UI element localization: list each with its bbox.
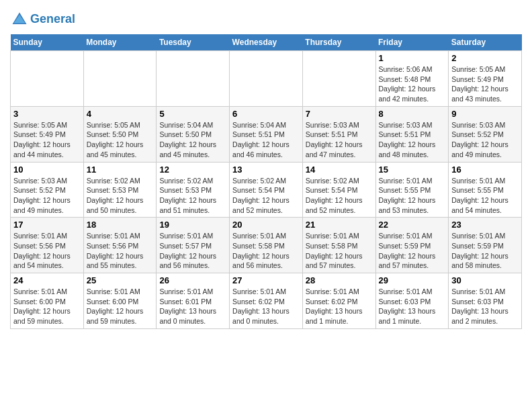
day-number: 19: [159, 220, 226, 230]
day-info: Sunrise: 5:05 AM Sunset: 5:49 PM Dayligh…: [451, 64, 519, 104]
day-info: Sunrise: 5:01 AM Sunset: 5:57 PM Dayligh…: [159, 231, 226, 271]
calendar-cell: 11Sunrise: 5:02 AM Sunset: 5:53 PM Dayli…: [83, 162, 157, 218]
calendar-cell: 25Sunrise: 5:01 AM Sunset: 6:00 PM Dayli…: [83, 273, 157, 329]
calendar-cell: 22Sunrise: 5:01 AM Sunset: 5:59 PM Dayli…: [375, 218, 449, 273]
day-number: 18: [87, 220, 154, 230]
day-number: 23: [451, 220, 519, 230]
day-number: 24: [13, 275, 81, 285]
day-info: Sunrise: 5:05 AM Sunset: 5:49 PM Dayligh…: [13, 120, 81, 160]
day-number: 17: [13, 220, 81, 230]
calendar-cell: 10Sunrise: 5:03 AM Sunset: 5:52 PM Dayli…: [11, 162, 84, 218]
calendar-cell: 12Sunrise: 5:02 AM Sunset: 5:53 PM Dayli…: [157, 162, 230, 218]
day-info: Sunrise: 5:03 AM Sunset: 5:51 PM Dayligh…: [379, 120, 446, 160]
calendar-cell: 13Sunrise: 5:02 AM Sunset: 5:54 PM Dayli…: [230, 162, 303, 218]
day-number: 15: [379, 165, 446, 175]
weekday-header-row: SundayMondayTuesdayWednesdayThursdayFrid…: [11, 34, 522, 51]
day-number: 20: [232, 220, 300, 230]
day-number: 8: [379, 109, 446, 119]
week-row-4: 17Sunrise: 5:01 AM Sunset: 5:56 PM Dayli…: [11, 218, 522, 273]
week-row-1: 1Sunrise: 5:06 AM Sunset: 5:48 PM Daylig…: [11, 51, 522, 107]
day-info: Sunrise: 5:01 AM Sunset: 5:59 PM Dayligh…: [379, 231, 446, 271]
day-info: Sunrise: 5:01 AM Sunset: 5:55 PM Dayligh…: [379, 176, 446, 216]
day-number: 10: [13, 165, 81, 175]
day-info: Sunrise: 5:01 AM Sunset: 6:03 PM Dayligh…: [451, 287, 519, 326]
day-info: Sunrise: 5:02 AM Sunset: 5:54 PM Dayligh…: [306, 176, 373, 216]
day-info: Sunrise: 5:01 AM Sunset: 5:55 PM Dayligh…: [451, 176, 519, 216]
day-number: 22: [379, 220, 446, 230]
day-number: 7: [306, 109, 373, 119]
day-info: Sunrise: 5:01 AM Sunset: 6:02 PM Dayligh…: [306, 287, 373, 326]
day-number: 26: [159, 275, 226, 285]
calendar-cell: 15Sunrise: 5:01 AM Sunset: 5:55 PM Dayli…: [375, 162, 449, 218]
calendar-cell: 8Sunrise: 5:03 AM Sunset: 5:51 PM Daylig…: [375, 106, 449, 162]
calendar-cell: 21Sunrise: 5:01 AM Sunset: 5:58 PM Dayli…: [302, 218, 375, 273]
day-info: Sunrise: 5:02 AM Sunset: 5:53 PM Dayligh…: [87, 176, 154, 216]
calendar-cell: 20Sunrise: 5:01 AM Sunset: 5:58 PM Dayli…: [230, 218, 303, 273]
logo-general: General: [30, 12, 75, 26]
calendar-cell: 28Sunrise: 5:01 AM Sunset: 6:02 PM Dayli…: [302, 273, 375, 329]
day-number: 5: [159, 109, 226, 119]
calendar-cell: [83, 51, 157, 107]
calendar-cell: 16Sunrise: 5:01 AM Sunset: 5:55 PM Dayli…: [449, 162, 522, 218]
day-info: Sunrise: 5:01 AM Sunset: 5:59 PM Dayligh…: [451, 231, 519, 271]
weekday-header-friday: Friday: [375, 34, 449, 51]
day-info: Sunrise: 5:01 AM Sunset: 6:00 PM Dayligh…: [13, 287, 81, 326]
page-header: General: [10, 7, 522, 29]
calendar-cell: 19Sunrise: 5:01 AM Sunset: 5:57 PM Dayli…: [157, 218, 230, 273]
calendar-cell: 18Sunrise: 5:01 AM Sunset: 5:56 PM Dayli…: [83, 218, 157, 273]
calendar-cell: 2Sunrise: 5:05 AM Sunset: 5:49 PM Daylig…: [449, 51, 522, 107]
day-info: Sunrise: 5:01 AM Sunset: 5:56 PM Dayligh…: [13, 231, 81, 271]
calendar-cell: 27Sunrise: 5:01 AM Sunset: 6:02 PM Dayli…: [230, 273, 303, 329]
day-info: Sunrise: 5:01 AM Sunset: 6:01 PM Dayligh…: [159, 287, 226, 326]
weekday-header-saturday: Saturday: [449, 34, 522, 51]
week-row-2: 3Sunrise: 5:05 AM Sunset: 5:49 PM Daylig…: [11, 106, 522, 162]
day-number: 16: [451, 165, 519, 175]
day-info: Sunrise: 5:05 AM Sunset: 5:50 PM Dayligh…: [87, 120, 154, 160]
day-number: 4: [87, 109, 154, 119]
calendar-cell: [230, 51, 303, 107]
day-info: Sunrise: 5:04 AM Sunset: 5:51 PM Dayligh…: [232, 120, 300, 160]
day-info: Sunrise: 5:02 AM Sunset: 5:53 PM Dayligh…: [159, 176, 226, 216]
day-number: 1: [379, 53, 446, 63]
calendar-cell: 9Sunrise: 5:03 AM Sunset: 5:52 PM Daylig…: [449, 106, 522, 162]
weekday-header-tuesday: Tuesday: [157, 34, 230, 51]
day-number: 29: [379, 275, 446, 285]
calendar-cell: [302, 51, 375, 107]
day-info: Sunrise: 5:01 AM Sunset: 6:00 PM Dayligh…: [87, 287, 154, 326]
calendar-cell: 3Sunrise: 5:05 AM Sunset: 5:49 PM Daylig…: [11, 106, 84, 162]
calendar-cell: 6Sunrise: 5:04 AM Sunset: 5:51 PM Daylig…: [230, 106, 303, 162]
calendar-cell: 29Sunrise: 5:01 AM Sunset: 6:03 PM Dayli…: [375, 273, 449, 329]
day-number: 6: [232, 109, 300, 119]
day-number: 2: [451, 53, 519, 63]
logo-icon: [10, 10, 29, 29]
week-row-3: 10Sunrise: 5:03 AM Sunset: 5:52 PM Dayli…: [11, 162, 522, 218]
day-info: Sunrise: 5:01 AM Sunset: 5:58 PM Dayligh…: [232, 231, 300, 271]
day-number: 11: [87, 165, 154, 175]
calendar-cell: 30Sunrise: 5:01 AM Sunset: 6:03 PM Dayli…: [449, 273, 522, 329]
calendar-cell: 23Sunrise: 5:01 AM Sunset: 5:59 PM Dayli…: [449, 218, 522, 273]
week-row-5: 24Sunrise: 5:01 AM Sunset: 6:00 PM Dayli…: [11, 273, 522, 329]
day-number: 21: [306, 220, 373, 230]
day-number: 3: [13, 109, 81, 119]
day-info: Sunrise: 5:04 AM Sunset: 5:50 PM Dayligh…: [159, 120, 226, 160]
day-info: Sunrise: 5:03 AM Sunset: 5:51 PM Dayligh…: [306, 120, 373, 160]
calendar-cell: 24Sunrise: 5:01 AM Sunset: 6:00 PM Dayli…: [11, 273, 84, 329]
calendar-cell: 26Sunrise: 5:01 AM Sunset: 6:01 PM Dayli…: [157, 273, 230, 329]
day-info: Sunrise: 5:03 AM Sunset: 5:52 PM Dayligh…: [451, 120, 519, 160]
logo-text: General: [30, 12, 75, 27]
day-number: 9: [451, 109, 519, 119]
day-info: Sunrise: 5:01 AM Sunset: 6:02 PM Dayligh…: [232, 287, 300, 326]
weekday-header-sunday: Sunday: [11, 34, 84, 51]
day-info: Sunrise: 5:01 AM Sunset: 6:03 PM Dayligh…: [379, 287, 446, 326]
weekday-header-wednesday: Wednesday: [230, 34, 303, 51]
day-number: 14: [306, 165, 373, 175]
day-info: Sunrise: 5:01 AM Sunset: 5:56 PM Dayligh…: [87, 231, 154, 271]
day-info: Sunrise: 5:06 AM Sunset: 5:48 PM Dayligh…: [379, 64, 446, 104]
calendar-cell: 5Sunrise: 5:04 AM Sunset: 5:50 PM Daylig…: [157, 106, 230, 162]
day-info: Sunrise: 5:02 AM Sunset: 5:54 PM Dayligh…: [232, 176, 300, 216]
calendar-cell: 14Sunrise: 5:02 AM Sunset: 5:54 PM Dayli…: [302, 162, 375, 218]
day-number: 30: [451, 275, 519, 285]
weekday-header-monday: Monday: [83, 34, 157, 51]
calendar-cell: 7Sunrise: 5:03 AM Sunset: 5:51 PM Daylig…: [302, 106, 375, 162]
logo: General: [10, 10, 75, 29]
